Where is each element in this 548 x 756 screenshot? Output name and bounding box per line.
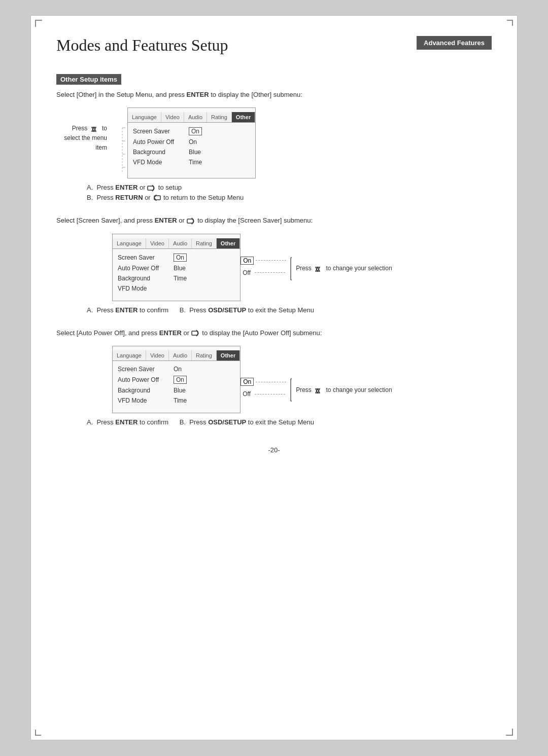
menu-row-background: Background Blue [133,147,250,157]
menu-items-2: Screen Saver On Auto Power Off Blue Back… [113,249,240,297]
section-header: Other Setup items [56,74,121,85]
enter-icon-2 [187,218,196,225]
svg-rect-9 [187,219,193,223]
tab-rating: Rating [207,112,232,122]
svg-rect-15 [192,331,198,335]
menu-row-screen-saver: Screen Saver On [133,126,250,137]
menu-items-1: Screen Saver On Auto Power Off On Backgr… [128,123,255,170]
right-options-3: On Off [241,376,288,400]
advanced-features-badge: Advanced Features [417,36,492,50]
right-options-2: On Off [241,255,288,278]
side-label: Press toselect the menuitem [61,107,112,153]
tab-audio: Audio [184,112,207,122]
menu-row-background-2: Background Time [118,273,235,283]
tab-language-2: Language [113,238,146,248]
press-arrows-2: Press to change your selection [290,257,392,280]
up-down-icon-3 [313,387,324,394]
confirm-line-2: A. Press ENTER to confirm B. Press OSD/S… [87,306,492,314]
tab-video: Video [161,112,184,122]
dotted-line-on-3 [256,382,286,382]
tab-video-3: Video [146,350,169,361]
menu-row-screen-saver-2: Screen Saver On [118,252,235,263]
menu-box-2: Language Video Audio Rating Other Screen… [112,234,241,301]
dotted-line-off [255,272,285,273]
page-number: -20- [56,446,492,454]
menu-tabs-3: Language Video Audio Rating Other [113,350,240,361]
tab-language-3: Language [113,350,146,361]
enter-right-icon [147,185,156,192]
confirm-line-3: A. Press ENTER to confirm B. Press OSD/S… [87,418,492,426]
up-down-arrows-icon [89,125,100,132]
menu-row-auto-power-off-3: Auto Power Off On [118,374,235,385]
menu-row-vfd-mode-3: VFD Mode Time [118,395,235,406]
dotted-line-off-3 [255,394,285,394]
section2-intro: Select [Screen Saver], and press ENTER o… [56,217,492,225]
menu-items-3: Screen Saver On Auto Power Off On Backgr… [113,361,240,409]
tab-audio-3: Audio [169,350,192,361]
tab-rating-2: Rating [192,238,217,248]
menu-row-screen-saver-3: Screen Saver On [118,364,235,374]
menu-box-1: Language Video Audio Rating Other Screen… [127,107,256,178]
menu-row-vfd-mode: VFD Mode Time [133,157,250,167]
up-down-icon-2 [313,265,324,272]
tab-other-3: Other [217,350,240,361]
section-auto-power-off: Select [Auto Power Off], and press ENTER… [56,329,492,426]
menu-row-auto-power-off: Auto Power Off On [133,137,250,147]
svg-rect-7 [148,186,154,190]
page: Modes and Features Setup Advanced Featur… [30,15,518,740]
tab-other: Other [232,112,255,122]
bracket-icon [112,123,127,178]
menu-row-auto-power-off-2: Auto Power Off Blue [118,263,235,273]
page-title: Modes and Features Setup [56,36,228,55]
off-option-row: Off [241,267,288,278]
menu-tabs-1: Language Video Audio Rating Other [128,112,255,123]
tab-rating-3: Rating [192,350,217,361]
bracket-line-3 [290,378,292,402]
section-screen-saver: Select [Screen Saver], and press ENTER o… [56,217,492,314]
menu-box-3: Language Video Audio Rating Other Screen… [112,346,241,413]
on-option-row-3: On [241,376,288,387]
dotted-line-on [256,260,286,261]
bracket-line-2 [290,257,292,280]
corner-bl [35,730,41,736]
instruction-b: B. Press RETURN or to return to the Setu… [87,194,492,202]
section-other-setup: Other Setup items Select [Other] in the … [56,69,492,201]
tab-language: Language [128,112,161,122]
section1-instructions: A. Press ENTER or to setup B. Press RETU… [87,184,492,201]
menu-row-background-3: Background Blue [118,385,235,395]
on-option-row: On [241,255,288,266]
tab-audio-2: Audio [169,238,192,248]
return-left-icon [152,194,161,201]
tab-other-2: Other [217,238,240,248]
off-option-row-3: Off [241,388,288,400]
menu-tabs-2: Language Video Audio Rating Other [113,238,240,249]
menu-row-vfd-mode-2: VFD Mode [118,283,235,294]
tab-video-2: Video [146,238,169,248]
corner-tr [507,20,513,26]
section3-intro: Select [Auto Power Off], and press ENTER… [56,329,492,337]
section1-intro: Select [Other] in the Setup Menu, and pr… [56,91,492,98]
instruction-a: A. Press ENTER or to setup [87,184,492,192]
enter-icon-3 [191,330,200,337]
press-arrows-3: Press to change your selection [290,378,392,402]
